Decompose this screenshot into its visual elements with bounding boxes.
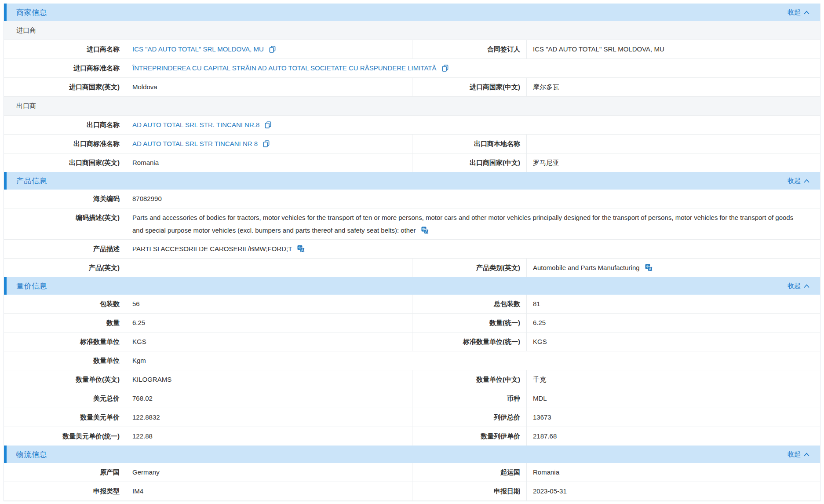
value-text: 6.25	[533, 319, 546, 326]
field-label: 币种	[412, 389, 526, 408]
table-row: 进口商名称 ICS "AD AUTO TOTAL" SRL MOLDOVA, M…	[4, 40, 820, 58]
field-label: 原产国	[4, 463, 126, 482]
field-label: 进口商名称	[4, 40, 126, 58]
field-value: KGS	[126, 332, 412, 351]
subsection-title: 出口商	[16, 102, 36, 110]
value-text: Kgm	[132, 357, 146, 364]
value-link[interactable]: ICS "AD AUTO TOTAL" SRL MOLDOVA, MU	[132, 45, 264, 53]
section-rows: 进口商 进口商名称 ICS "AD AUTO TOTAL" SRL MOLDOV…	[4, 21, 820, 172]
value-link[interactable]: AD AUTO TOTAL SRL STR TINCANI NR 8	[132, 140, 258, 147]
table-row: 产品(英文) 产品类别(英文) Automobile and Parts Man…	[4, 258, 820, 277]
field-label: 数量美元单价	[4, 408, 126, 427]
section-title: 量价信息	[16, 281, 47, 291]
chevron-up-icon	[804, 11, 809, 15]
translate-icon[interactable]: 中 A	[297, 245, 305, 252]
field-value: 87082990	[126, 190, 820, 208]
section: 物流信息 收起 原产国 Germany 起运国 Romania 申报类型 IM4…	[4, 446, 820, 501]
field-value: Kgm	[126, 351, 820, 370]
section: 商家信息 收起 进口商 进口商名称 ICS "AD AUTO TOTAL" SR…	[4, 4, 820, 172]
copy-icon[interactable]	[263, 140, 270, 147]
field-value	[526, 135, 820, 153]
value-text: Germany	[132, 468, 160, 476]
table-row: 数量单位 Kgm	[4, 351, 820, 370]
translate-icon[interactable]: 中 A	[645, 264, 653, 271]
field-label: 数量单位(中文)	[412, 370, 526, 389]
value-text: 6.25	[132, 319, 145, 326]
section-accent-bar	[4, 172, 7, 190]
section-header-merchant-info: 商家信息 收起	[4, 4, 820, 21]
field-value: Germany	[126, 463, 412, 482]
value-text: 2187.68	[533, 432, 557, 440]
table-row: 数量美元单价 122.8832 列伊总价 13673	[4, 408, 820, 427]
value-text: KGS	[533, 338, 547, 345]
field-value: IM4	[126, 482, 412, 500]
section-accent-bar	[4, 277, 7, 295]
value-text: Automobile and Parts Manufacturing	[533, 264, 640, 271]
section-rows: 海关编码 87082990 编码描述(英文) Parts and accesso…	[4, 190, 820, 277]
copy-icon[interactable]	[442, 65, 448, 72]
field-value: Automobile and Parts Manufacturing 中 A	[526, 259, 820, 277]
field-label: 数量单位	[4, 351, 126, 370]
copy-icon[interactable]	[269, 46, 276, 53]
table-row: 海关编码 87082990	[4, 190, 820, 208]
section: 量价信息 收起 包装数 56 总包装数 81 数量 6.25 数量(统一) 6.…	[4, 277, 820, 446]
collapse-button[interactable]: 收起	[788, 282, 809, 290]
copy-icon[interactable]	[265, 121, 271, 128]
field-label: 申报类型	[4, 482, 126, 500]
value-text: Romania	[533, 468, 559, 476]
field-label: 数量(统一)	[412, 314, 526, 332]
value-text: 122.8832	[132, 413, 160, 421]
field-label: 数量单位(英文)	[4, 370, 126, 389]
section-title: 商家信息	[16, 7, 47, 18]
field-value: 768.02	[126, 389, 412, 408]
table-row: 原产国 Germany 起运国 Romania	[4, 463, 820, 482]
value-text: 千克	[533, 376, 546, 383]
value-text: Romania	[132, 159, 159, 166]
section-rows: 原产国 Germany 起运国 Romania 申报类型 IM4 申报日期 20…	[4, 463, 820, 501]
collapse-button[interactable]: 收起	[788, 450, 809, 459]
field-value: PARTI SI ACCESORII DE CAROSERII /BMW;FOR…	[126, 240, 820, 258]
table-row: 出口商国家(英文) Romania 出口商国家(中文) 罗马尼亚	[4, 153, 820, 172]
section: 产品信息 收起 海关编码 87082990 编码描述(英文) Parts and…	[4, 172, 820, 277]
table-row: 申报类型 IM4 申报日期 2023-05-31	[4, 482, 820, 501]
field-value: KILOGRAMS	[126, 370, 412, 389]
chevron-up-icon	[804, 453, 809, 457]
value-text: 122.88	[132, 432, 153, 440]
table-row: 数量 6.25 数量(统一) 6.25	[4, 313, 820, 332]
field-value: AD AUTO TOTAL SRL STR. TINCANI NR.8	[126, 116, 820, 134]
table-row: 编码描述(英文) Parts and accessories of bodies…	[4, 208, 820, 239]
field-label: 海关编码	[4, 190, 126, 208]
collapse-button[interactable]: 收起	[788, 8, 809, 17]
table-row: 进口商国家(英文) Moldova 进口商国家(中文) 摩尔多瓦	[4, 77, 820, 96]
section-title: 产品信息	[16, 176, 47, 186]
value-link[interactable]: AD AUTO TOTAL SRL STR. TINCANI NR.8	[132, 121, 259, 128]
value-text: 81	[533, 300, 540, 307]
translate-icon[interactable]: 中 A	[421, 226, 429, 234]
value-text: KILOGRAMS	[132, 376, 171, 383]
field-label: 总包装数	[412, 295, 526, 313]
table-row: 标准数量单位 KGS 标准数量单位(统一) KGS	[4, 332, 820, 351]
table-row: 产品描述 PARTI SI ACCESORII DE CAROSERII /BM…	[4, 239, 820, 258]
field-label: 美元总价	[4, 389, 126, 408]
field-label: 数量列伊单价	[412, 427, 526, 446]
field-label: 出口商国家(英文)	[4, 153, 126, 172]
value-text: 罗马尼亚	[533, 159, 559, 166]
table-row: 进口商标准名称 ÎNTREPRINDEREA CU CAPITAL STRĂIN…	[4, 58, 820, 77]
subsection-header: 出口商	[4, 96, 820, 115]
table-row: 数量美元单价(统一) 122.88 数量列伊单价 2187.68	[4, 427, 820, 446]
svg-text:A: A	[301, 248, 304, 252]
field-value: Moldova	[126, 78, 412, 96]
section-header-logistics-info: 物流信息 收起	[4, 446, 820, 463]
field-label: 起运国	[412, 463, 526, 482]
value-text: ICS "AD AUTO TOTAL" SRL MOLDOVA, MU	[533, 45, 664, 53]
field-label: 包装数	[4, 295, 126, 313]
value-text: KGS	[132, 338, 146, 345]
collapse-button[interactable]: 收起	[788, 177, 809, 185]
section-accent-bar	[4, 446, 7, 463]
value-text: 87082990	[132, 195, 162, 202]
field-value: 罗马尼亚	[526, 153, 820, 172]
field-value	[126, 259, 412, 277]
value-link[interactable]: ÎNTREPRINDEREA CU CAPITAL STRĂIN AD AUTO…	[132, 64, 437, 72]
table-row: 出口商标准名称 AD AUTO TOTAL SRL STR TINCANI NR…	[4, 134, 820, 153]
value-text: 768.02	[132, 394, 153, 402]
